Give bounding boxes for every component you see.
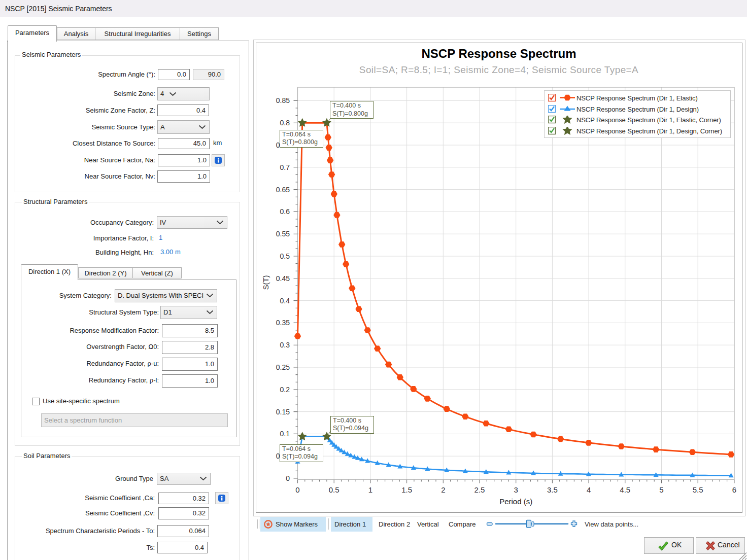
svg-text:S(T): S(T) [261,275,270,290]
svg-text:4.5: 4.5 [620,485,630,494]
svg-text:5: 5 [659,485,663,494]
svg-text:3.5: 3.5 [547,485,558,494]
svg-text:3: 3 [514,485,518,494]
svg-text:2: 2 [441,485,445,494]
svg-text:0.45: 0.45 [276,274,290,283]
svg-text:0.15: 0.15 [276,408,290,416]
svg-text:0.85: 0.85 [276,96,290,104]
svg-text:0.5: 0.5 [280,252,290,260]
svg-text:1.5: 1.5 [401,485,412,494]
svg-text:0.8: 0.8 [280,119,290,127]
svg-text:1: 1 [368,485,372,494]
svg-text:0.65: 0.65 [276,186,290,194]
svg-text:0.25: 0.25 [276,363,290,371]
svg-text:Period (s): Period (s) [499,497,532,506]
svg-text:2.5: 2.5 [474,485,485,494]
svg-text:0.1: 0.1 [280,430,290,438]
svg-text:0.2: 0.2 [280,386,290,394]
svg-text:5.5: 5.5 [693,485,703,494]
svg-text:0.55: 0.55 [276,230,290,238]
svg-text:4: 4 [587,485,591,494]
svg-text:0.6: 0.6 [280,207,290,216]
svg-text:0.5: 0.5 [329,485,339,494]
svg-text:0: 0 [286,474,290,482]
svg-text:0.7: 0.7 [280,163,290,171]
svg-text:0.3: 0.3 [280,341,290,349]
svg-text:0.4: 0.4 [280,297,290,305]
svg-text:0: 0 [295,485,299,494]
svg-text:0.35: 0.35 [276,319,290,327]
svg-text:6: 6 [732,485,736,494]
